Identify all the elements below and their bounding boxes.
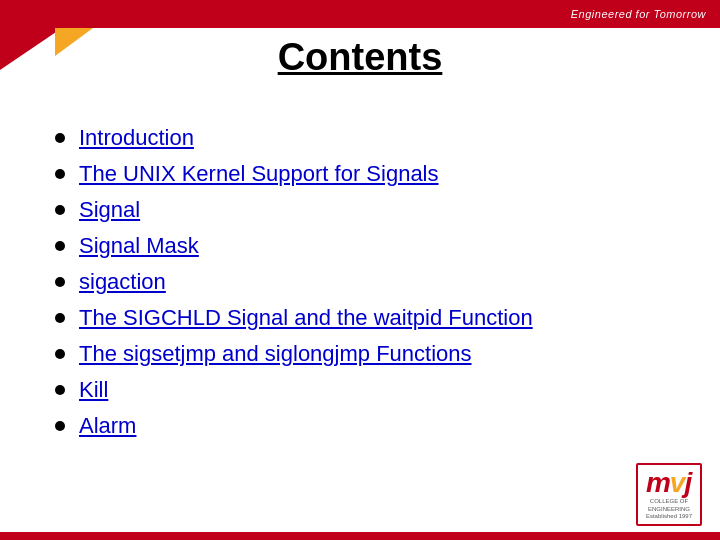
mvj-logo-text: mvj bbox=[646, 469, 692, 497]
bullet-icon bbox=[55, 385, 65, 395]
mvj-logo-subtitle: COLLEGE OF ENGINEERING Established 1997 bbox=[646, 498, 692, 520]
bullet-icon bbox=[55, 277, 65, 287]
list-item-link[interactable]: The SIGCHLD Signal and the waitpid Funct… bbox=[79, 305, 533, 331]
list-item: The sigsetjmp and siglongjmp Functions bbox=[55, 336, 665, 372]
page-title: Contents bbox=[0, 36, 720, 79]
list-item: Signal bbox=[55, 192, 665, 228]
list-item-link[interactable]: Kill bbox=[79, 377, 108, 403]
bullet-icon bbox=[55, 133, 65, 143]
list-item: The UNIX Kernel Support for Signals bbox=[55, 156, 665, 192]
bullet-icon bbox=[55, 421, 65, 431]
content-list: IntroductionThe UNIX Kernel Support for … bbox=[55, 120, 665, 480]
list-item: Signal Mask bbox=[55, 228, 665, 264]
list-item-link[interactable]: The UNIX Kernel Support for Signals bbox=[79, 161, 439, 187]
list-item-link[interactable]: Alarm bbox=[79, 413, 136, 439]
list-item-link[interactable]: Signal Mask bbox=[79, 233, 199, 259]
list-item-link[interactable]: Introduction bbox=[79, 125, 194, 151]
tagline: Engineered for Tomorrow bbox=[571, 8, 706, 20]
list-item-link[interactable]: sigaction bbox=[79, 269, 166, 295]
list-item: Introduction bbox=[55, 120, 665, 156]
list-item: Kill bbox=[55, 372, 665, 408]
bullet-icon bbox=[55, 205, 65, 215]
list-item: The SIGCHLD Signal and the waitpid Funct… bbox=[55, 300, 665, 336]
bullet-icon bbox=[55, 349, 65, 359]
mvj-logo: mvj COLLEGE OF ENGINEERING Established 1… bbox=[636, 463, 702, 526]
bullet-icon bbox=[55, 241, 65, 251]
list-item: Alarm bbox=[55, 408, 665, 444]
top-bar: Engineered for Tomorrow bbox=[0, 0, 720, 28]
list-item-link[interactable]: The sigsetjmp and siglongjmp Functions bbox=[79, 341, 472, 367]
bullet-icon bbox=[55, 313, 65, 323]
list-item: sigaction bbox=[55, 264, 665, 300]
list-item-link[interactable]: Signal bbox=[79, 197, 140, 223]
bottom-bar bbox=[0, 532, 720, 540]
bullet-icon bbox=[55, 169, 65, 179]
